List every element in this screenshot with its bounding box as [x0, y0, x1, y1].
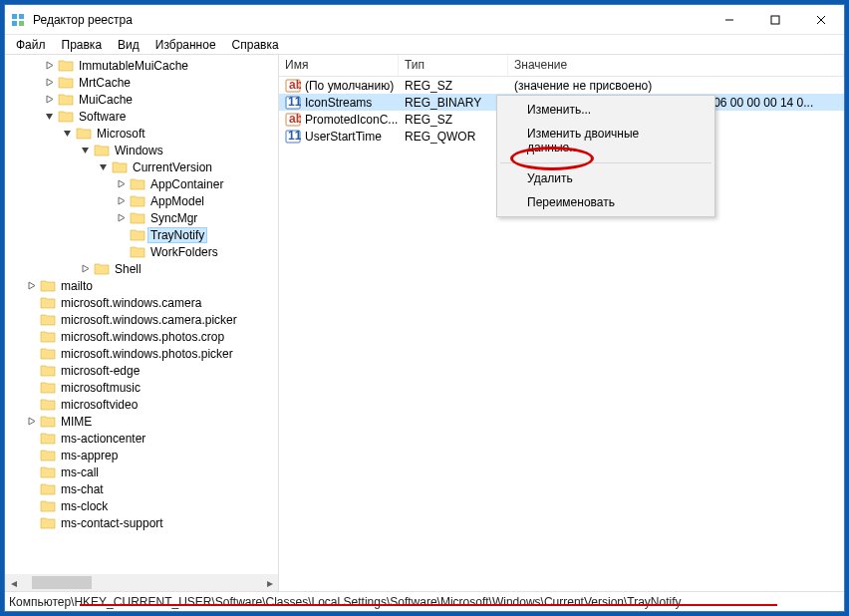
statusbar: Компьютер\HKEY_CURRENT_USER\Software\Cla…: [5, 591, 844, 611]
minimize-button[interactable]: [707, 5, 752, 35]
tree-item-label: ms-call: [58, 464, 102, 480]
tree-item[interactable]: mailto: [5, 277, 278, 294]
tree-item-label: MrtCache: [76, 75, 134, 91]
tree-item[interactable]: AppModel: [5, 192, 278, 209]
chevron-right-icon[interactable]: [43, 76, 56, 89]
folder-icon: [130, 228, 145, 241]
tree-item[interactable]: ms-actioncenter: [5, 430, 278, 447]
folder-icon: [40, 499, 56, 512]
titlebar[interactable]: Редактор реестра: [5, 5, 844, 35]
menu-separator: [500, 162, 711, 163]
chevron-right-icon[interactable]: [115, 194, 128, 207]
tree-item[interactable]: MIME: [5, 413, 278, 430]
tree-item[interactable]: ms-chat: [5, 480, 278, 497]
folder-icon: [58, 59, 74, 72]
folder-icon: [40, 296, 56, 309]
folder-icon: [40, 347, 56, 360]
regedit-window: Редактор реестра Файл Правка Вид Избранн…: [4, 4, 845, 612]
tree-item[interactable]: microsoftmusic: [5, 379, 278, 396]
tree-item[interactable]: ms-apprep: [5, 447, 278, 463]
tree-item[interactable]: microsoftvideo: [5, 396, 278, 413]
chevron-right-icon[interactable]: [115, 211, 128, 224]
chevron-right-icon[interactable]: [43, 93, 56, 106]
scroll-right-arrow[interactable]: ▸: [261, 574, 278, 591]
tree-item[interactable]: WorkFolders: [5, 243, 278, 260]
tree-item[interactable]: ms-clock: [5, 497, 278, 514]
col-type[interactable]: Тип: [399, 55, 508, 76]
menu-item-rename[interactable]: Переименовать: [499, 190, 712, 214]
tree-hscroll[interactable]: ◂ ▸: [5, 574, 278, 591]
value-name: PromotedIconC...: [305, 113, 398, 127]
tree-item[interactable]: ms-contact-support: [5, 514, 278, 531]
scroll-thumb[interactable]: [32, 576, 92, 589]
tree-item[interactable]: TrayNotify: [5, 226, 278, 243]
col-value[interactable]: Значение: [508, 55, 844, 76]
chevron-down-icon[interactable]: [97, 160, 110, 173]
menu-item-edit[interactable]: Изменить...: [499, 98, 712, 122]
menu-view[interactable]: Вид: [111, 36, 146, 54]
tree-item-label: Software: [76, 109, 129, 125]
svg-rect-3: [19, 21, 24, 26]
scroll-left-arrow[interactable]: ◂: [5, 574, 22, 591]
value-name: IconStreams: [305, 96, 372, 110]
tree-item[interactable]: SyncMgr: [5, 209, 278, 226]
menu-item-delete[interactable]: Удалить: [499, 166, 712, 190]
folder-icon: [40, 398, 56, 411]
chevron-right-icon[interactable]: [115, 177, 128, 190]
binary-value-icon: 110: [285, 95, 301, 111]
tree-item-label: AppContainer: [147, 176, 226, 192]
col-name[interactable]: Имя: [279, 55, 399, 76]
chevron-down-icon[interactable]: [61, 127, 74, 140]
tree-item-label: Windows: [112, 143, 166, 158]
chevron-right-icon[interactable]: [25, 279, 38, 292]
tree-item-label: Microsoft: [94, 126, 148, 142]
svg-rect-5: [771, 16, 779, 24]
tree-item[interactable]: ms-call: [5, 463, 278, 480]
menu-item-edit-binary[interactable]: Изменить двоичные данные...: [499, 122, 712, 159]
menu-edit[interactable]: Правка: [55, 36, 110, 54]
chevron-right-icon[interactable]: [43, 59, 56, 72]
chevron-right-icon[interactable]: [79, 262, 92, 275]
value-row[interactable]: ab(По умолчанию)REG_SZ(значение не присв…: [279, 77, 844, 94]
tree-item-label: microsoftvideo: [58, 397, 141, 413]
tree-item[interactable]: Software: [5, 108, 278, 125]
tree-item[interactable]: Windows: [5, 142, 278, 158]
menu-file[interactable]: Файл: [9, 36, 53, 54]
window-title: Редактор реестра: [33, 13, 707, 27]
tree-item[interactable]: microsoft.windows.camera.picker: [5, 311, 278, 328]
tree-item[interactable]: Microsoft: [5, 125, 278, 142]
tree-item[interactable]: microsoft-edge: [5, 362, 278, 379]
menu-favorites[interactable]: Избранное: [148, 36, 223, 54]
tree-item-label: AppModel: [147, 193, 207, 209]
tree-item-label: microsoft.windows.photos.picker: [58, 346, 236, 362]
chevron-right-icon[interactable]: [25, 415, 38, 428]
menubar: Файл Правка Вид Избранное Справка: [5, 35, 844, 55]
values-panel: Имя Тип Значение ab(По умолчанию)REG_SZ(…: [279, 55, 844, 591]
value-name: (По умолчанию): [305, 79, 394, 93]
tree-item[interactable]: microsoft.windows.photos.crop: [5, 328, 278, 345]
tree-item-label: microsoft.windows.camera: [58, 295, 204, 311]
tree-item[interactable]: microsoft.windows.photos.picker: [5, 345, 278, 362]
close-button[interactable]: [798, 5, 844, 35]
tree-item[interactable]: microsoft.windows.camera: [5, 294, 278, 311]
binary-value-icon: 110: [285, 129, 301, 145]
status-path: Компьютер\HKEY_CURRENT_USER\Software\Cla…: [9, 595, 682, 609]
registry-tree[interactable]: ImmutableMuiCacheMrtCacheMuiCacheSoftwar…: [5, 55, 278, 574]
tree-item[interactable]: ImmutableMuiCache: [5, 57, 278, 74]
tree-item[interactable]: AppContainer: [5, 175, 278, 192]
tree-item[interactable]: Shell: [5, 260, 278, 277]
svg-text:ab: ab: [289, 78, 301, 92]
tree-item[interactable]: MuiCache: [5, 91, 278, 108]
menu-help[interactable]: Справка: [225, 36, 286, 54]
chevron-down-icon[interactable]: [79, 144, 92, 156]
tree-item-label: ms-clock: [58, 498, 111, 514]
value-data: (значение не присвоено): [508, 78, 827, 94]
tree-item[interactable]: MrtCache: [5, 74, 278, 91]
values-header[interactable]: Имя Тип Значение: [279, 55, 844, 77]
chevron-down-icon[interactable]: [43, 110, 56, 123]
folder-icon: [76, 127, 92, 140]
tree-item[interactable]: CurrentVersion: [5, 158, 278, 175]
tree-item-label: MIME: [58, 414, 95, 430]
maximize-button[interactable]: [752, 5, 798, 35]
folder-icon: [130, 177, 145, 190]
